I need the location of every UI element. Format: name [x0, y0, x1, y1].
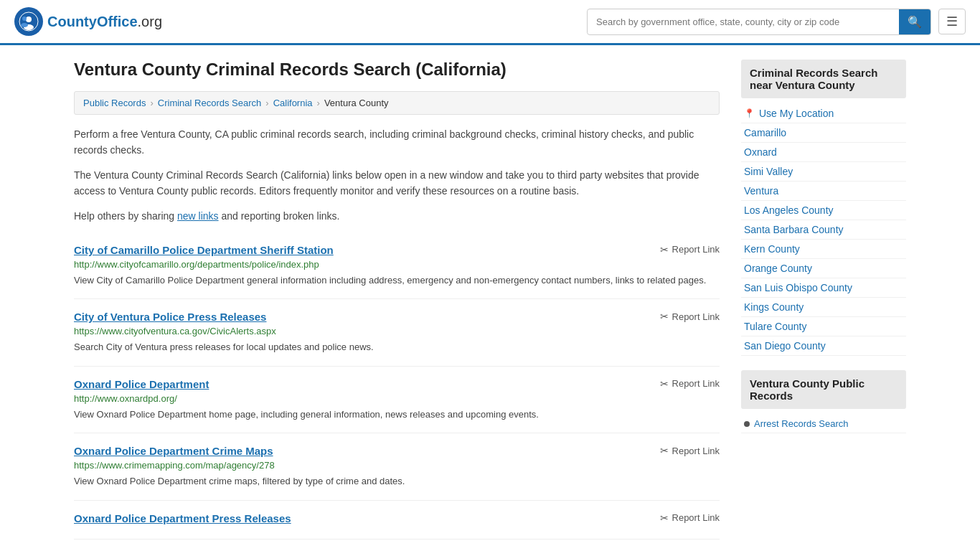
resource-entry: City of Camarillo Police Department Sher… [74, 232, 720, 300]
resource-header: Oxnard Police Department ✂ Report Link [74, 378, 720, 390]
search-input[interactable] [588, 11, 899, 33]
report-link-0[interactable]: ✂ Report Link [660, 244, 720, 255]
resources-container: City of Camarillo Police Department Sher… [74, 232, 720, 540]
report-icon-1: ✂ [660, 311, 669, 322]
resource-header: Oxnard Police Department Press Releases … [74, 512, 720, 524]
sidebar-nearby-link-10[interactable]: Tulare County [741, 317, 906, 336]
resource-title-1[interactable]: City of Ventura Police Press Releases [74, 311, 266, 323]
sidebar-nearby-section: Criminal Records Search near Ventura Cou… [741, 60, 906, 356]
breadcrumb-sep-2: › [265, 98, 268, 108]
header-right: 🔍 ☰ [587, 9, 966, 35]
report-icon-3: ✂ [660, 445, 669, 456]
sidebar-nearby-link-0[interactable]: Camarillo [741, 123, 906, 143]
new-links-link[interactable]: new links [177, 210, 219, 222]
resource-title-2[interactable]: Oxnard Police Department [74, 378, 209, 390]
sidebar-nearby-link-7[interactable]: Orange County [741, 259, 906, 278]
resource-url-1[interactable]: https://www.cityofventura.ca.gov/CivicAl… [74, 326, 720, 336]
report-link-4[interactable]: ✂ Report Link [660, 512, 720, 524]
header: CountyOffice.org 🔍 ☰ [0, 0, 980, 45]
report-icon-4: ✂ [660, 512, 669, 524]
resource-desc-0: View City of Camarillo Police Department… [74, 273, 720, 288]
resource-entry: Oxnard Police Department Press Releases … [74, 501, 720, 540]
sidebar-nearby-links: CamarilloOxnardSimi ValleyVenturaLos Ang… [741, 123, 906, 356]
logo-area: CountyOffice.org [14, 7, 162, 36]
resource-entry: Oxnard Police Department ✂ Report Link h… [74, 367, 720, 434]
sidebar-nearby-link-3[interactable]: Ventura [741, 182, 906, 201]
logo-icon [14, 7, 43, 36]
desc3-prefix: Help others by sharing [74, 210, 177, 222]
resource-header: City of Camarillo Police Department Sher… [74, 244, 720, 256]
breadcrumb-sep-3: › [317, 98, 320, 108]
svg-point-1 [26, 17, 32, 22]
resource-entry: Oxnard Police Department Crime Maps ✂ Re… [74, 433, 720, 501]
description-para-2: The Ventura County Criminal Records Sear… [74, 167, 720, 199]
location-icon: 📍 [744, 108, 755, 118]
svg-point-3 [22, 17, 27, 21]
sidebar-nearby-link-2[interactable]: Simi Valley [741, 162, 906, 182]
sidebar-public-records-heading: Ventura County Public Records [741, 370, 906, 409]
sidebar-public-records-link-0[interactable]: Arrest Records Search [741, 415, 906, 433]
sidebar-public-records-links: Arrest Records Search [741, 415, 906, 433]
logo-brand: CountyOffice [47, 14, 138, 29]
sidebar-nearby-heading: Criminal Records Search near Ventura Cou… [741, 60, 906, 98]
resource-title-4[interactable]: Oxnard Police Department Press Releases [74, 512, 291, 524]
sidebar-public-records-section: Ventura County Public Records Arrest Rec… [741, 370, 906, 433]
sidebar-nearby-link-9[interactable]: Kings County [741, 298, 906, 317]
sidebar: Criminal Records Search near Ventura Cou… [741, 60, 906, 540]
breadcrumb-criminal-records[interactable]: Criminal Records Search [158, 98, 262, 108]
description-para-1: Perform a free Ventura County, CA public… [74, 126, 720, 159]
sidebar-use-my-location[interactable]: 📍 Use My Location [741, 104, 906, 123]
sidebar-nearby-link-6[interactable]: Kern County [741, 240, 906, 259]
sidebar-nearby-link-4[interactable]: Los Angeles County [741, 201, 906, 220]
search-bar: 🔍 [587, 9, 931, 35]
breadcrumb-california[interactable]: California [273, 98, 313, 108]
report-icon-2: ✂ [660, 378, 669, 390]
report-link-2[interactable]: ✂ Report Link [660, 378, 720, 390]
bullet-icon-0 [744, 421, 750, 427]
resource-header: City of Ventura Police Press Releases ✂ … [74, 311, 720, 323]
use-my-location-label: Use My Location [759, 108, 834, 119]
report-link-3[interactable]: ✂ Report Link [660, 445, 720, 456]
breadcrumb-sep-1: › [150, 98, 153, 108]
resource-url-3[interactable]: https://www.crimemapping.com/map/agency/… [74, 460, 720, 471]
sidebar-nearby-link-11[interactable]: San Diego County [741, 336, 906, 356]
logo-text: CountyOffice.org [47, 14, 162, 30]
page-title: Ventura County Criminal Records Search (… [74, 60, 720, 80]
breadcrumb-ventura-county: Ventura County [324, 98, 389, 108]
sidebar-nearby-link-1[interactable]: Oxnard [741, 143, 906, 162]
sidebar-nearby-link-5[interactable]: Santa Barbara County [741, 220, 906, 240]
hamburger-menu-button[interactable]: ☰ [938, 9, 966, 34]
resource-desc-1: Search City of Ventura press releases fo… [74, 340, 720, 354]
logo-suffix: .org [138, 14, 162, 29]
content-area: Ventura County Criminal Records Search (… [74, 60, 720, 540]
report-icon-0: ✂ [660, 244, 669, 255]
resource-title-0[interactable]: City of Camarillo Police Department Sher… [74, 244, 334, 256]
report-link-1[interactable]: ✂ Report Link [660, 311, 720, 322]
search-button[interactable]: 🔍 [899, 9, 930, 34]
sidebar-nearby-link-8[interactable]: San Luis Obispo County [741, 278, 906, 298]
breadcrumb-public-records[interactable]: Public Records [83, 98, 146, 108]
desc3-suffix: and reporting broken links. [219, 210, 340, 222]
main-layout: Ventura County Criminal Records Search (… [60, 45, 920, 551]
resource-header: Oxnard Police Department Crime Maps ✂ Re… [74, 445, 720, 457]
resource-entry: City of Ventura Police Press Releases ✂ … [74, 299, 720, 367]
resource-url-0[interactable]: http://www.cityofcamarillo.org/departmen… [74, 259, 720, 270]
resource-desc-3: View Oxnard Police Department crime maps… [74, 474, 720, 489]
svg-point-4 [21, 23, 28, 27]
resource-desc-2: View Oxnard Police Department home page,… [74, 408, 720, 422]
description-para-3: Help others by sharing new links and rep… [74, 208, 720, 224]
breadcrumb: Public Records › Criminal Records Search… [74, 91, 720, 115]
resource-title-3[interactable]: Oxnard Police Department Crime Maps [74, 445, 273, 457]
resource-url-2[interactable]: http://www.oxnardpd.org/ [74, 393, 720, 404]
